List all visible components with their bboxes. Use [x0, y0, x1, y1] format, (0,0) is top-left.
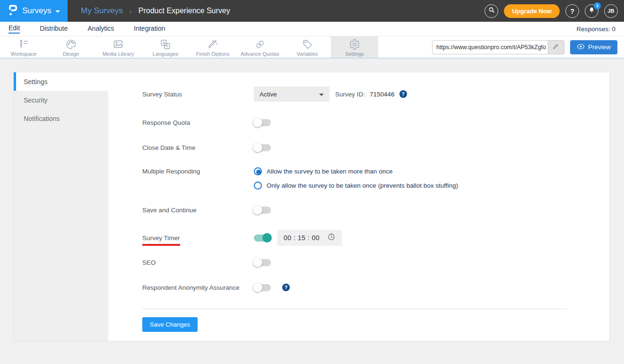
- notification-count-badge: 1: [594, 2, 601, 9]
- survey-status-label: Survey Status: [142, 91, 254, 98]
- preview-button-label: Preview: [588, 43, 611, 51]
- breadcrumb: My Surveys › Product Experience Survey: [81, 6, 230, 16]
- close-date-time-row: Close Date & Time: [142, 142, 609, 153]
- survey-url-input[interactable]: https://www.questionpro.com/t/AP53kZgfo: [432, 40, 564, 54]
- save-and-continue-row: Save and Continue: [142, 205, 609, 215]
- svg-text:A: A: [166, 44, 168, 48]
- nav-tab-label: Integration: [134, 25, 165, 32]
- top-header: Surveys My Surveys › Product Experience …: [0, 0, 624, 22]
- toolbar-right: https://www.questionpro.com/t/AP53kZgfo …: [432, 36, 617, 58]
- toolbar-item-label: Languages: [153, 51, 178, 57]
- nav-tab-label: Edit: [9, 24, 20, 32]
- pencil-icon: [553, 43, 559, 52]
- seo-label: SEO: [142, 259, 254, 266]
- toolbar-item-label: Finish Options: [196, 51, 229, 57]
- survey-id-label: Survey ID:: [335, 91, 365, 98]
- toolbar-item-label: Media Library: [103, 51, 134, 57]
- nav-tab-edit[interactable]: Edit: [9, 24, 20, 34]
- advance-quotas-icon: [254, 39, 266, 50]
- header-actions: Upgrade Now ? 1 JB: [485, 0, 618, 22]
- help-button[interactable]: ?: [565, 4, 579, 18]
- responses-count: Responses: 0: [576, 26, 615, 33]
- close-date-time-toggle[interactable]: [254, 144, 271, 151]
- toolbar-item-label: Design: [63, 51, 79, 57]
- toolbar-item-workspace[interactable]: Workspace: [0, 36, 47, 58]
- survey-timer-label-text: Survey Timer: [142, 234, 180, 242]
- survey-timer-input[interactable]: 00 : 15 : 00: [277, 230, 342, 246]
- seo-toggle[interactable]: [254, 259, 271, 266]
- avatar-initials: JB: [607, 8, 615, 14]
- sidebar-item-security[interactable]: Security: [14, 91, 108, 109]
- toolbar-item-label: Variables: [296, 51, 318, 57]
- page-title: Product Experience Survey: [139, 7, 230, 15]
- breadcrumb-separator: ›: [130, 7, 132, 15]
- save-and-continue-toggle[interactable]: [254, 207, 271, 214]
- nav-tab-label: Analytics: [87, 25, 114, 32]
- survey-status-row: Survey Status Active Survey ID: 7150446 …: [142, 87, 609, 102]
- toolbar-item-advance-quotas[interactable]: Advance Quotas: [236, 36, 284, 58]
- design-icon: [65, 39, 77, 50]
- nav-tab-distribute[interactable]: Distribute: [40, 25, 68, 33]
- radio-icon[interactable]: [254, 167, 262, 175]
- clock-icon: [327, 233, 336, 243]
- section-nav: EditDistributeAnalyticsIntegration Respo…: [0, 22, 624, 36]
- search-icon: [488, 6, 495, 16]
- respondent-anonymity-help-icon[interactable]: ?: [282, 284, 290, 291]
- upgrade-now-button[interactable]: Upgrade Now: [504, 4, 560, 18]
- chevron-down-icon: [55, 10, 60, 13]
- radio-only-once-label: Only allow the survey to be taken once (…: [267, 182, 458, 189]
- toolbar-item-media-library[interactable]: Media Library: [95, 36, 142, 58]
- radio-only-once[interactable]: Only allow the survey to be taken once (…: [254, 182, 458, 190]
- survey-url-value[interactable]: https://www.questionpro.com/t/AP53kZgfo: [433, 44, 548, 51]
- survey-id-help-icon[interactable]: ?: [399, 90, 407, 98]
- survey-timer-value[interactable]: 00 : 15 : 00: [284, 234, 320, 242]
- toolbar-item-label: Advance Quotas: [241, 51, 279, 57]
- finish-options-icon: [207, 39, 218, 50]
- svg-text:★: ★: [162, 41, 165, 44]
- radio-allow-multiple[interactable]: Allow the survey to be taken more than o…: [254, 167, 458, 175]
- multiple-responding-row: Multiple Responding Allow the survey to …: [142, 167, 609, 190]
- toolbar-item-label: Settings: [345, 51, 364, 57]
- avatar[interactable]: JB: [604, 4, 618, 18]
- sidebar-item-settings[interactable]: Settings: [14, 72, 108, 91]
- survey-status-value: Active: [260, 91, 277, 98]
- survey-status-select[interactable]: Active: [254, 87, 329, 102]
- surveys-menu-button[interactable]: Surveys: [0, 0, 68, 22]
- nav-tab-integration[interactable]: Integration: [134, 25, 165, 33]
- search-button[interactable]: [485, 4, 498, 18]
- close-date-time-label: Close Date & Time: [142, 144, 254, 151]
- toolbar-item-languages[interactable]: ★A Languages: [142, 36, 189, 58]
- multiple-responding-label: Multiple Responding: [142, 168, 254, 175]
- nav-tab-analytics[interactable]: Analytics: [87, 25, 114, 33]
- toolbar-item-variables[interactable]: Variables: [284, 36, 331, 58]
- notifications-button[interactable]: 1: [585, 4, 598, 18]
- toolbar-item-finish-options[interactable]: Finish Options: [189, 36, 236, 58]
- response-quota-row: Response Quota: [142, 117, 609, 128]
- questionpro-logo-icon: [8, 4, 18, 18]
- sidebar-item-notifications[interactable]: Notifications: [14, 109, 108, 128]
- edit-url-button[interactable]: [548, 41, 564, 54]
- survey-timer-toggle[interactable]: [254, 234, 271, 242]
- media-library-icon: [113, 39, 124, 50]
- survey-id-value: 7150446: [370, 91, 395, 98]
- breadcrumb-my-surveys[interactable]: My Surveys: [81, 6, 123, 16]
- multiple-responding-options: Allow the survey to be taken more than o…: [254, 167, 458, 190]
- form-divider: [142, 309, 567, 309]
- settings-sidebar: SettingsSecurityNotifications: [14, 72, 108, 341]
- save-changes-button[interactable]: Save Changes: [142, 317, 198, 332]
- radio-allow-multiple-label: Allow the survey to be taken more than o…: [267, 168, 392, 175]
- nav-tab-label: Distribute: [40, 25, 68, 32]
- respondent-anonymity-toggle[interactable]: [254, 284, 271, 291]
- preview-button[interactable]: Preview: [570, 40, 617, 54]
- workspace-icon: [18, 39, 29, 50]
- radio-icon[interactable]: [254, 182, 262, 190]
- languages-icon: ★A: [160, 39, 171, 50]
- toolbar-item-label: Workspace: [11, 51, 37, 57]
- survey-timer-row: Survey Timer 00 : 15 : 00: [142, 230, 609, 246]
- variables-icon: [302, 39, 313, 50]
- toolbar-item-design[interactable]: Design: [47, 36, 95, 58]
- response-quota-toggle[interactable]: [254, 119, 271, 126]
- seo-row: SEO: [142, 257, 609, 268]
- settings-icon: [349, 39, 360, 50]
- toolbar-item-settings[interactable]: Settings: [331, 36, 378, 58]
